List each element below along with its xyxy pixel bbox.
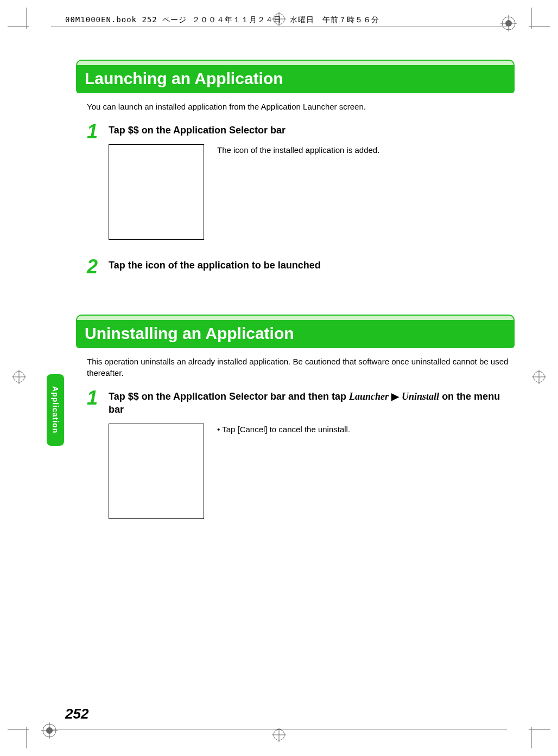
crop-mark-tl bbox=[8, 8, 40, 40]
step-1-uninstall: 1 Tap $$ on the Application Selector bar… bbox=[87, 388, 515, 519]
step-title: Tap $$ on the Application Selector bar bbox=[109, 124, 515, 137]
trim-line-top bbox=[51, 27, 507, 27]
screenshot-placeholder bbox=[109, 424, 204, 519]
section-side-tab: Application bbox=[47, 374, 64, 446]
step-note: The icon of the installed application is… bbox=[217, 144, 379, 240]
step-2: 2 Tap the icon of the application to be … bbox=[87, 257, 515, 277]
page-number: 252 bbox=[65, 706, 88, 722]
section-intro: This operation uninstalls an already ins… bbox=[87, 356, 515, 379]
crop-mark-bl bbox=[8, 716, 40, 748]
section-heading-uninstalling: Uninstalling an Application bbox=[76, 315, 515, 348]
step-1: 1 Tap $$ on the Application Selector bar… bbox=[87, 122, 515, 240]
side-tab-label: Application bbox=[51, 386, 60, 433]
heading-title: Launching an Application bbox=[85, 69, 506, 88]
step-number: 2 bbox=[87, 257, 109, 277]
step-bullet-note: • Tap [Cancel] to cancel the uninstall. bbox=[217, 424, 350, 519]
registration-mark-left bbox=[12, 370, 26, 386]
section-intro: You can launch an installed application … bbox=[87, 101, 515, 112]
target-mark-top-right bbox=[500, 15, 517, 34]
registration-mark-bottom bbox=[272, 728, 286, 744]
registration-mark-right bbox=[532, 370, 546, 386]
trim-line-bottom bbox=[51, 729, 507, 729]
step-title: Tap the icon of the application to be la… bbox=[109, 259, 515, 272]
screenshot-placeholder bbox=[109, 144, 204, 240]
crop-mark-tr bbox=[518, 8, 550, 40]
step-title: Tap $$ on the Application Selector bar a… bbox=[109, 390, 515, 416]
heading-title: Uninstalling an Application bbox=[85, 324, 506, 343]
section-heading-launching: Launching an Application bbox=[76, 60, 515, 93]
step-number: 1 bbox=[87, 122, 109, 142]
target-mark-bottom-left bbox=[41, 722, 58, 741]
running-head: 00M1000EN.book 252 ページ ２００４年１１月２４日 水曜日 午… bbox=[65, 15, 379, 25]
crop-mark-br bbox=[518, 716, 550, 748]
step-number: 1 bbox=[87, 388, 109, 408]
